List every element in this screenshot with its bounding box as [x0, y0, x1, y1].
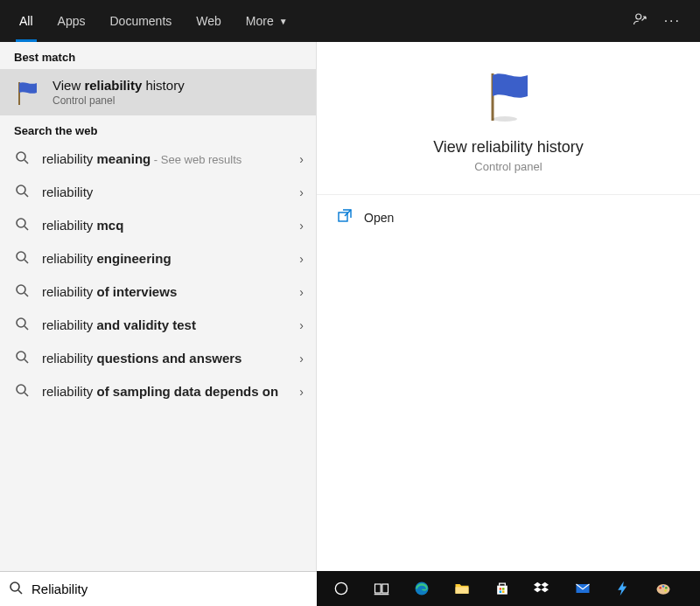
search-icon — [14, 317, 30, 334]
preview-pane: View reliability history Control panel O… — [317, 42, 700, 571]
search-icon — [14, 250, 30, 268]
results-pane: Best match View reliability history Cont… — [0, 42, 317, 571]
chevron-right-icon: › — [299, 252, 304, 266]
svg-point-0 — [635, 14, 640, 19]
taskbar-tray — [317, 571, 700, 606]
svg-rect-14 — [382, 584, 388, 593]
search-icon — [14, 150, 30, 168]
search-icon — [14, 184, 30, 201]
web-suggestion[interactable]: reliability of interviews› — [0, 275, 316, 309]
preview-subtitle: Control panel — [334, 160, 682, 173]
web-suggestion-label: reliability meaning - See web results — [42, 151, 302, 168]
svg-point-3 — [17, 219, 25, 227]
web-suggestion[interactable]: reliability questions and answers› — [0, 342, 316, 375]
preview-title: View reliability history — [334, 138, 682, 157]
best-match-title: View reliability history — [52, 78, 185, 93]
svg-rect-19 — [500, 591, 502, 594]
search-icon — [14, 350, 30, 367]
file-explorer-icon[interactable] — [443, 571, 481, 606]
svg-rect-18 — [502, 588, 505, 590]
web-suggestion-label: reliability and validity test — [42, 317, 302, 334]
mail-icon[interactable] — [564, 571, 602, 606]
svg-rect-16 — [456, 587, 469, 594]
search-icon — [14, 283, 30, 301]
svg-point-6 — [17, 318, 25, 327]
chevron-right-icon: › — [299, 352, 304, 366]
web-suggestion-label: reliability of interviews — [42, 284, 302, 301]
chevron-right-icon: › — [299, 385, 304, 399]
chevron-right-icon: › — [299, 318, 304, 332]
flag-icon — [14, 79, 42, 107]
search-icon — [14, 217, 30, 234]
task-view-icon[interactable] — [362, 571, 401, 606]
dropbox-icon[interactable] — [523, 571, 562, 606]
edge-icon[interactable] — [402, 571, 441, 606]
search-scope-tabs: All Apps Documents Web More▼ ··· — [0, 0, 700, 42]
svg-point-26 — [664, 589, 667, 592]
web-suggestion[interactable]: reliability of sampling data depends on› — [0, 375, 316, 408]
store-icon[interactable] — [483, 571, 522, 606]
web-suggestion[interactable]: reliability meaning - See web results› — [0, 143, 316, 176]
tab-all[interactable]: All — [7, 0, 46, 42]
svg-rect-13 — [375, 584, 382, 593]
open-icon — [338, 209, 352, 226]
open-label: Open — [364, 211, 394, 225]
svg-point-7 — [17, 352, 25, 360]
svg-rect-10 — [339, 212, 347, 221]
web-suggestion[interactable]: reliability mcq› — [0, 209, 316, 242]
search-icon — [14, 383, 30, 401]
tab-apps[interactable]: Apps — [46, 0, 98, 42]
chevron-right-icon: › — [299, 285, 304, 299]
flag-icon — [480, 68, 536, 124]
best-match-header: Best match — [0, 42, 316, 69]
svg-point-24 — [662, 585, 665, 588]
svg-point-5 — [17, 285, 25, 294]
cortana-icon[interactable] — [322, 571, 360, 606]
svg-point-1 — [17, 152, 25, 161]
web-suggestion[interactable]: reliability and validity test› — [0, 309, 316, 342]
chevron-right-icon: › — [299, 185, 304, 199]
taskbar-search[interactable] — [0, 571, 317, 606]
tab-documents[interactable]: Documents — [97, 0, 184, 42]
tab-web[interactable]: Web — [184, 0, 234, 42]
svg-point-23 — [659, 587, 662, 589]
paint-icon[interactable] — [644, 571, 682, 606]
chevron-right-icon: › — [299, 219, 304, 233]
search-icon — [9, 581, 23, 598]
web-suggestion[interactable]: reliability engineering› — [0, 242, 316, 275]
svg-point-8 — [17, 385, 25, 394]
svg-point-25 — [665, 587, 668, 589]
more-options-icon[interactable]: ··· — [664, 13, 681, 29]
taskbar — [0, 571, 700, 606]
svg-point-4 — [17, 252, 25, 261]
svg-rect-17 — [500, 588, 502, 590]
web-suggestion-label: reliability engineering — [42, 251, 302, 268]
tab-more[interactable]: More▼ — [234, 0, 300, 42]
svg-point-9 — [493, 116, 517, 122]
svg-point-12 — [335, 582, 346, 594]
web-suggestion-label: reliability — [42, 185, 302, 201]
open-action[interactable]: Open — [317, 195, 700, 240]
feedback-icon[interactable] — [633, 11, 648, 31]
best-match-subtitle: Control panel — [52, 94, 185, 107]
svg-point-11 — [10, 582, 19, 591]
chevron-right-icon: › — [299, 152, 304, 166]
web-suggestion-label: reliability mcq — [42, 218, 302, 234]
web-suggestion[interactable]: reliability› — [0, 176, 316, 209]
search-input[interactable] — [32, 582, 308, 596]
svg-rect-20 — [502, 591, 505, 594]
best-match-item[interactable]: View reliability history Control panel — [0, 69, 316, 115]
lightning-icon[interactable] — [604, 571, 642, 606]
web-suggestion-label: reliability of sampling data depends on — [42, 384, 302, 401]
svg-point-2 — [17, 185, 25, 194]
chevron-down-icon: ▼ — [279, 17, 288, 26]
search-web-header: Search the web — [0, 115, 316, 143]
web-suggestion-label: reliability questions and answers — [42, 351, 302, 367]
